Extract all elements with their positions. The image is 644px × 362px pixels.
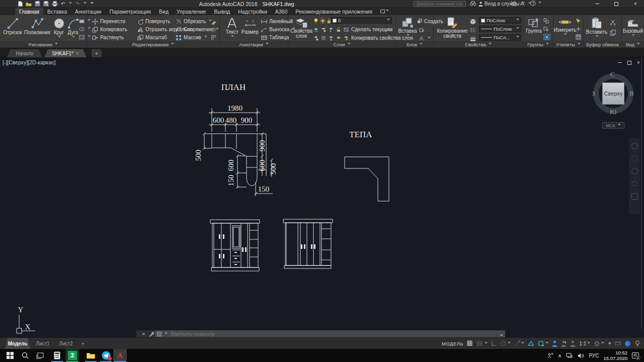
print-icon[interactable] xyxy=(52,1,58,7)
command-customize-wrench-icon[interactable] xyxy=(147,331,155,337)
trim-button[interactable]: Обрезать xyxy=(176,18,212,25)
tab-nadstroyki[interactable]: Надстройки xyxy=(234,8,271,15)
match-properties-button[interactable]: Копирование свойств xyxy=(436,17,469,39)
file-tab-start[interactable]: Начало xyxy=(7,49,42,57)
ortho-toggle[interactable] xyxy=(491,340,497,346)
object-tracking-toggle[interactable] xyxy=(514,340,524,346)
count-button[interactable] xyxy=(576,34,581,40)
paste-button[interactable]: Вставить xyxy=(586,17,608,39)
viewcube-east[interactable]: В xyxy=(629,89,634,98)
cut-button[interactable] xyxy=(610,19,616,26)
block-edit-button[interactable] xyxy=(419,27,425,33)
rotate-button[interactable]: Повернуть xyxy=(137,18,170,25)
object-color-dropdown[interactable]: ПоСлою xyxy=(479,17,521,24)
polar-tracking-toggle[interactable] xyxy=(500,340,511,346)
command-input[interactable] xyxy=(170,330,498,337)
tab-glavnaya[interactable]: Главная xyxy=(15,8,43,15)
layer-properties-button[interactable]: Свойства слоя xyxy=(290,17,312,39)
model-tab[interactable]: Модель xyxy=(5,338,30,349)
steering-wheel-icon[interactable] xyxy=(631,143,638,149)
tab-parametrizaciya[interactable]: Параметризация xyxy=(106,8,155,15)
autocad-app-button[interactable]: A xyxy=(113,349,127,362)
file-explorer-button[interactable] xyxy=(84,349,98,362)
layer-freeze-sun-icon[interactable] xyxy=(320,18,326,24)
tab-vstavka[interactable]: Вставка xyxy=(43,8,71,15)
erase-button[interactable] xyxy=(211,18,217,25)
layer-on-bulb-icon[interactable] xyxy=(313,18,318,24)
linetype-dropdown[interactable]: ПоСлою xyxy=(479,26,521,32)
dimension-button[interactable]: Размер xyxy=(241,17,259,35)
tab-vid[interactable]: Вид xyxy=(155,8,173,15)
viewcube-west[interactable]: З xyxy=(592,89,595,98)
array-button[interactable]: Массив xyxy=(176,34,207,41)
help-search-box[interactable] xyxy=(414,1,466,7)
new-drawing-tab-button[interactable]: + xyxy=(92,49,102,57)
units-icon[interactable] xyxy=(615,340,621,346)
copy-clip-button[interactable] xyxy=(610,29,616,36)
new-layout-button[interactable]: + xyxy=(78,338,88,349)
viewport-controls[interactable]: [-][Сверху][2D-каркас] xyxy=(3,59,55,65)
layout2-tab[interactable]: Лист2 xyxy=(55,338,76,349)
action-center-icon[interactable]: 2 xyxy=(632,352,639,358)
pan-icon[interactable] xyxy=(631,155,638,162)
panel-title-clipboard[interactable]: Буфер обмена xyxy=(584,41,621,48)
offset-button[interactable] xyxy=(211,34,217,41)
ungroup-button[interactable] xyxy=(543,18,549,24)
snap-toggle[interactable] xyxy=(477,340,488,346)
group-edit-button[interactable] xyxy=(543,26,549,32)
taskbar-search-button[interactable] xyxy=(18,349,32,362)
navigation-bar[interactable] xyxy=(629,138,640,214)
text-button[interactable]: Текст xyxy=(223,17,241,39)
color-wheel-icon[interactable] xyxy=(470,18,476,25)
qat-customize-icon[interactable] xyxy=(91,2,94,6)
tab-recommended-apps[interactable]: Рекомендованные приложения xyxy=(291,8,376,15)
doc-close-icon[interactable]: × xyxy=(637,60,640,65)
tab-annotacii[interactable]: Аннотации xyxy=(71,8,106,15)
viewcube-face-top[interactable]: Сверху xyxy=(602,82,624,105)
line-button[interactable]: Отрезок xyxy=(1,17,24,35)
annotation-scale-person[interactable] xyxy=(570,340,576,347)
start-button[interactable] xyxy=(3,349,17,362)
circle-button[interactable]: Круг xyxy=(50,17,67,39)
workspace-switching[interactable] xyxy=(594,340,604,347)
tab-vyvod[interactable]: Вывод xyxy=(210,8,234,15)
panel-title-properties[interactable]: Свойства xyxy=(434,41,523,48)
annotation-monitor-plus[interactable]: + xyxy=(608,340,611,347)
save-as-icon[interactable] xyxy=(43,1,49,7)
table-button[interactable]: Таблица xyxy=(261,34,289,41)
annotation-scale-value[interactable]: 1:1 xyxy=(579,341,590,346)
speaker-icon[interactable] xyxy=(578,353,584,358)
move-button[interactable]: Перенести xyxy=(92,18,125,25)
polyline-button[interactable]: Полилиния xyxy=(24,17,50,35)
annotation-autoscale-toggle[interactable] xyxy=(561,340,567,347)
insert-block-button[interactable]: Вставка xyxy=(397,17,418,38)
layer-dropdown[interactable]: 0 xyxy=(331,17,392,24)
tab-upravlenie[interactable]: Управление xyxy=(173,8,210,15)
tab-close-icon[interactable]: × xyxy=(76,51,79,56)
clock[interactable]: 10:52 15.07.2020 xyxy=(603,350,627,361)
network-icon[interactable] xyxy=(566,353,573,358)
showmotion-icon[interactable] xyxy=(631,193,638,200)
grid-toggle[interactable] xyxy=(467,340,473,346)
panel-title-draw[interactable]: Рисование xyxy=(0,41,87,48)
stretch-button[interactable]: Растянуть xyxy=(92,34,124,41)
help-icon[interactable] xyxy=(530,1,541,6)
a360-share-icon[interactable] xyxy=(520,1,531,6)
panel-title-layers[interactable]: Слои xyxy=(288,41,395,48)
scale-button[interactable]: Масштаб xyxy=(137,34,167,41)
panel-title-annotation[interactable]: Аннотации xyxy=(220,41,288,48)
id-point-button[interactable] xyxy=(576,26,581,32)
panel-title-block[interactable]: Блок xyxy=(396,41,433,48)
layout1-tab[interactable]: Лист1 xyxy=(32,338,53,349)
open-folder-icon[interactable] xyxy=(26,2,32,7)
help-search-input[interactable] xyxy=(416,1,464,7)
viewcube-south[interactable]: Ю xyxy=(610,108,616,116)
task-view-button[interactable] xyxy=(33,349,47,362)
redo-icon[interactable]: ↷ xyxy=(75,1,79,7)
command-history-icon[interactable] xyxy=(500,332,503,336)
save-icon[interactable] xyxy=(35,1,40,7)
minimize-button[interactable] xyxy=(591,1,604,7)
arc-button[interactable]: Дуга xyxy=(66,17,79,39)
restore-button[interactable] xyxy=(610,1,623,7)
doc-restore-icon[interactable] xyxy=(627,61,631,65)
